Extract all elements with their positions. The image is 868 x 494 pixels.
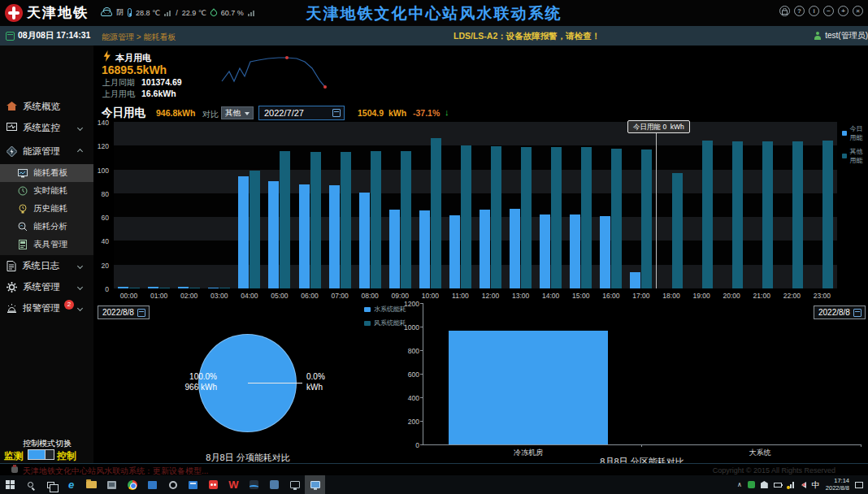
region-bar[interactable] xyxy=(449,331,608,444)
hourly-bar[interactable] xyxy=(299,184,310,288)
wps-app[interactable]: W xyxy=(224,475,244,494)
hourly-bar[interactable] xyxy=(822,141,833,288)
ime-indicator[interactable]: 中 xyxy=(812,479,820,491)
sunlogin-app[interactable] xyxy=(203,475,224,494)
hourly-bar[interactable] xyxy=(419,210,430,288)
maximize-icon[interactable]: + xyxy=(838,6,848,16)
sidebar-item-system-overview[interactable]: 系统概览 xyxy=(0,96,93,117)
start-button[interactable] xyxy=(0,475,20,494)
legend-item[interactable]: 今日用能 xyxy=(842,124,868,142)
compare-date-input[interactable]: 2022/7/27 xyxy=(258,106,345,120)
sidebar-item-system-settings[interactable]: 系统管理 xyxy=(0,276,93,297)
legend-item[interactable]: 其他用能 xyxy=(842,147,868,165)
hourly-bar[interactable] xyxy=(449,215,460,288)
sidebar-item-energy-dashboard[interactable]: 能耗看板 xyxy=(0,164,93,182)
sidebar-item-energy-analysis[interactable]: 能耗分析 xyxy=(0,218,93,236)
compare-select[interactable]: 其他 xyxy=(221,106,254,119)
hourly-bar[interactable] xyxy=(581,147,592,288)
settings-app[interactable] xyxy=(163,475,183,494)
hourly-bar[interactable] xyxy=(491,146,501,288)
hourly-bar[interactable] xyxy=(280,151,290,288)
hourly-bar[interactable] xyxy=(238,176,249,288)
info-icon[interactable]: i xyxy=(809,6,819,16)
network-icon[interactable] xyxy=(788,482,796,488)
tray-green-icon[interactable] xyxy=(748,481,755,488)
file-explorer[interactable] xyxy=(81,475,102,494)
volume-muted-icon[interactable] xyxy=(801,482,806,488)
window-app[interactable] xyxy=(183,475,203,494)
mode-toggle[interactable] xyxy=(28,449,54,460)
hourly-bar[interactable] xyxy=(148,287,158,288)
hourly-bar[interactable] xyxy=(208,288,219,288)
hourly-bar[interactable] xyxy=(189,288,200,288)
hourly-bar[interactable] xyxy=(630,272,640,289)
hourly-bar[interactable] xyxy=(341,152,351,288)
hourly-bar[interactable] xyxy=(510,209,520,288)
legend-item[interactable]: 水系统能耗 xyxy=(364,305,406,314)
sidebar-item-system-log[interactable]: 系统日志 xyxy=(0,255,93,276)
tray-expand-icon[interactable]: ∧ xyxy=(737,481,742,488)
task-view-button[interactable] xyxy=(41,475,61,494)
swoosh-app[interactable] xyxy=(244,475,264,494)
sidebar-item-energy-management[interactable]: 能源管理 xyxy=(0,141,93,162)
breadcrumb[interactable]: 能源管理 > 能耗看板 xyxy=(102,32,176,43)
internet-explorer[interactable]: e xyxy=(61,475,81,494)
current-app[interactable] xyxy=(305,475,325,494)
sidebar-item-realtime-energy[interactable]: 实时能耗 xyxy=(0,182,93,200)
hourly-bar[interactable] xyxy=(389,210,400,288)
chrome[interactable] xyxy=(122,475,142,494)
hourly-bar[interactable] xyxy=(401,151,411,288)
hourly-bar[interactable] xyxy=(792,141,803,288)
legend-item[interactable]: 风系统能耗 xyxy=(364,318,406,327)
calendar-icon xyxy=(6,32,15,41)
computer-app[interactable] xyxy=(284,475,305,494)
hourly-bar[interactable] xyxy=(329,185,340,288)
sidebar-item-alarm-management[interactable]: 报警管理 2 xyxy=(0,297,93,318)
hourly-bar[interactable] xyxy=(219,288,230,288)
sidebar-item-system-monitor[interactable]: 系统监控 xyxy=(0,117,93,138)
hourly-bar[interactable] xyxy=(159,288,170,288)
sidebar-item-history-energy[interactable]: 历史能耗 xyxy=(0,200,93,218)
pie-date-input[interactable]: 2022/8/8 xyxy=(98,306,150,319)
window-controls: ? i − + × xyxy=(779,6,863,16)
hourly-bar[interactable] xyxy=(611,149,622,288)
hourly-bar[interactable] xyxy=(600,216,610,288)
region-date-input[interactable]: 2022/8/8 xyxy=(814,306,866,319)
sidebar-item-meter-management[interactable]: 表具管理 xyxy=(0,236,93,254)
hourly-bar[interactable] xyxy=(521,147,532,288)
x-tick-label: 08:00 xyxy=(355,292,385,300)
lock-icon[interactable] xyxy=(779,6,790,16)
battery-icon[interactable] xyxy=(774,483,782,488)
hourly-bar[interactable] xyxy=(732,141,743,288)
hourly-bar[interactable] xyxy=(129,288,140,288)
hourly-bar[interactable] xyxy=(250,171,260,288)
minimize-icon[interactable]: − xyxy=(823,6,834,16)
help-icon[interactable]: ? xyxy=(794,6,805,16)
hourly-bar[interactable] xyxy=(702,141,713,288)
hourly-bar[interactable] xyxy=(178,287,189,288)
hourly-bar[interactable] xyxy=(371,151,381,288)
hourly-bar[interactable] xyxy=(762,141,773,288)
taskbar-clock[interactable]: 17:14 2022/8/8 xyxy=(826,478,849,492)
close-icon[interactable]: × xyxy=(853,6,863,16)
hourly-bar[interactable] xyxy=(118,287,128,288)
hourly-bar[interactable] xyxy=(480,210,490,288)
hourly-bar[interactable] xyxy=(461,145,471,288)
box-app[interactable] xyxy=(264,475,284,494)
gray-app[interactable] xyxy=(102,475,122,494)
hourly-bar[interactable] xyxy=(431,138,441,288)
hourly-bar[interactable] xyxy=(551,147,562,288)
hourly-bar[interactable] xyxy=(359,193,370,288)
x-tick-label: 01:00 xyxy=(144,292,174,300)
hourly-bar[interactable] xyxy=(570,214,580,288)
hourly-bar[interactable] xyxy=(540,214,550,288)
action-center-icon[interactable] xyxy=(855,482,863,488)
tray-gray-icon[interactable] xyxy=(761,481,768,488)
hourly-bar[interactable] xyxy=(268,181,279,288)
hourly-bar[interactable] xyxy=(641,150,652,288)
blue-app[interactable] xyxy=(142,475,163,494)
user-menu[interactable]: test(管理员) xyxy=(814,30,868,41)
hourly-bar[interactable] xyxy=(672,173,683,288)
hourly-bar[interactable] xyxy=(310,152,321,288)
taskbar-search[interactable] xyxy=(20,475,41,494)
